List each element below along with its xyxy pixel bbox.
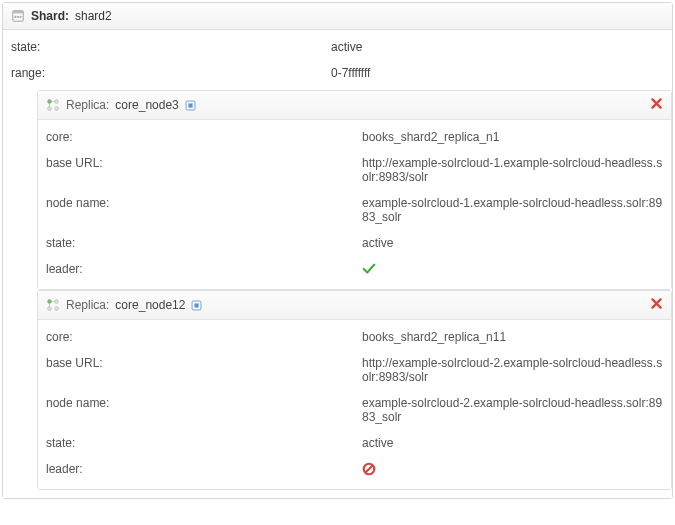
kv-val: example-solrcloud-1.example-solrcloud-he… [362,196,663,224]
replica-row: base URL:http://example-solrcloud-1.exam… [38,150,671,190]
replica-icon [46,98,60,112]
kv-key: leader: [46,462,362,479]
kv-val: active [362,236,663,250]
replica-row: base URL:http://example-solrcloud-2.exam… [38,350,671,390]
replica-body: core:books_shard2_replica_n1base URL:htt… [38,120,671,289]
kv-key: base URL: [46,356,362,384]
replica-row: leader: [38,456,671,485]
replica-row: core:books_shard2_replica_n11 [38,324,671,350]
replica-icon [46,298,60,312]
replica-row: node name:example-solrcloud-2.example-so… [38,390,671,430]
svg-point-14 [55,300,59,304]
shard-header-label: Shard: [31,9,69,23]
kv-val: http://example-solrcloud-1.example-solrc… [362,156,663,184]
kv-val: active [331,40,664,54]
svg-point-7 [48,107,52,111]
replica-row: core:books_shard2_replica_n1 [38,124,671,150]
kv-key: state: [11,40,331,54]
shard-panel: Shard: shard2 state:activerange:0-7fffff… [2,2,673,499]
kv-val [362,462,663,479]
svg-point-2 [14,16,16,18]
replica-row: leader: [38,256,671,285]
svg-point-16 [55,307,59,311]
svg-point-6 [55,100,59,104]
replica-header-name: core_node3 [115,98,178,112]
svg-point-3 [17,16,19,18]
shard-row: range:0-7fffffff [3,60,672,86]
replica-body: core:books_shard2_replica_n11base URL:ht… [38,320,671,489]
svg-line-22 [366,466,373,473]
replica-row: node name:example-solrcloud-1.example-so… [38,190,671,230]
replica-link-icon[interactable] [185,100,196,111]
kv-key: base URL: [46,156,362,184]
replica-link-icon[interactable] [191,300,202,311]
delete-replica-button[interactable] [650,97,663,110]
replica-header[interactable]: Replica:core_node3 [38,91,671,120]
replica-header-label: Replica: [66,298,109,312]
kv-key: range: [11,66,331,80]
replica-row: state:active [38,230,671,256]
replica-row: state:active [38,430,671,456]
kv-key: leader: [46,262,362,279]
kv-key: state: [46,236,362,250]
kv-val: http://example-solrcloud-2.example-solrc… [362,356,663,384]
svg-rect-20 [195,303,199,307]
shard-header-name: shard2 [75,9,112,23]
svg-rect-1 [13,11,24,14]
svg-rect-12 [188,103,192,107]
kv-key: core: [46,130,362,144]
leader-true-icon [362,262,376,276]
kv-key: node name: [46,396,362,424]
replica-header[interactable]: Replica:core_node12 [38,291,671,320]
kv-val [362,262,663,279]
kv-val: example-solrcloud-2.example-solrcloud-he… [362,396,663,424]
shard-row: state:active [3,34,672,60]
replica-header-label: Replica: [66,98,109,112]
svg-point-8 [55,107,59,111]
kv-key: state: [46,436,362,450]
kv-val: 0-7fffffff [331,66,664,80]
svg-point-13 [48,300,52,304]
replica-panel: Replica:core_node12core:books_shard2_rep… [37,290,672,490]
shard-header[interactable]: Shard: shard2 [3,3,672,30]
kv-key: core: [46,330,362,344]
shard-body: state:activerange:0-7fffffff Replica:cor… [3,30,672,498]
kv-val: books_shard2_replica_n1 [362,130,663,144]
svg-point-4 [20,16,22,18]
replica-panel: Replica:core_node3core:books_shard2_repl… [37,90,672,290]
leader-false-icon [362,462,376,476]
kv-key: node name: [46,196,362,224]
replica-header-name: core_node12 [115,298,185,312]
kv-val: active [362,436,663,450]
kv-val: books_shard2_replica_n11 [362,330,663,344]
svg-point-5 [48,100,52,104]
shard-icon [11,9,25,23]
svg-point-15 [48,307,52,311]
delete-replica-button[interactable] [650,297,663,310]
